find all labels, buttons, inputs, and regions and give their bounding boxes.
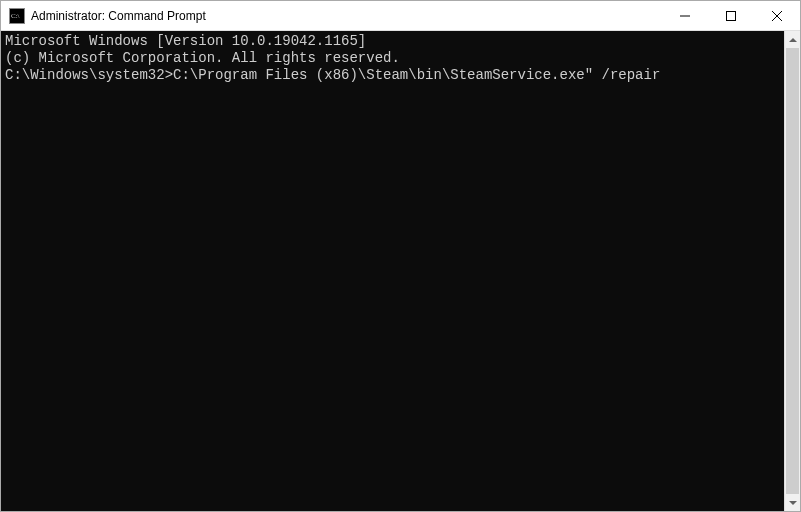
svg-marker-7 xyxy=(789,501,797,505)
terminal-output[interactable]: Microsoft Windows [Version 10.0.19042.11… xyxy=(1,31,784,511)
content-area: Microsoft Windows [Version 10.0.19042.11… xyxy=(1,31,800,511)
close-button[interactable] xyxy=(754,1,800,30)
terminal-line: Microsoft Windows [Version 10.0.19042.11… xyxy=(5,33,780,50)
scrollbar-track[interactable] xyxy=(785,48,800,494)
scroll-down-button[interactable] xyxy=(785,494,800,511)
vertical-scrollbar[interactable] xyxy=(784,31,800,511)
window-title: Administrator: Command Prompt xyxy=(31,9,662,23)
svg-rect-3 xyxy=(727,11,736,20)
titlebar-controls xyxy=(662,1,800,30)
maximize-button[interactable] xyxy=(708,1,754,30)
terminal-line: (c) Microsoft Corporation. All rights re… xyxy=(5,50,780,67)
titlebar[interactable]: C:\ Administrator: Command Prompt xyxy=(1,1,800,31)
svg-text:C:\: C:\ xyxy=(11,12,20,20)
cmd-icon: C:\ xyxy=(9,8,25,24)
minimize-button[interactable] xyxy=(662,1,708,30)
scroll-up-button[interactable] xyxy=(785,31,800,48)
command-prompt-window: C:\ Administrator: Command Prompt Micros… xyxy=(0,0,801,512)
terminal-prompt-line: C:\Windows\system32>C:\Program Files (x8… xyxy=(5,67,780,84)
terminal-command: C:\Program Files (x86)\Steam\bin\SteamSe… xyxy=(173,67,660,83)
scrollbar-thumb[interactable] xyxy=(786,48,799,494)
terminal-prompt: C:\Windows\system32> xyxy=(5,67,173,83)
svg-marker-6 xyxy=(789,38,797,42)
